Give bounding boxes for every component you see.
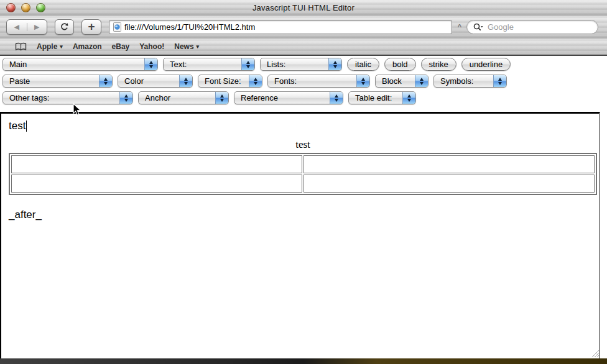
title-bar[interactable]: Javascript TUI HTML Editor bbox=[0, 0, 607, 16]
bookmark-amazon[interactable]: Amazon bbox=[73, 42, 102, 51]
resize-grip[interactable] bbox=[590, 348, 600, 358]
table-row bbox=[11, 155, 595, 173]
popup-font-size[interactable]: Font Size: bbox=[198, 75, 262, 88]
back-forward-control: ◀ ▶ bbox=[6, 19, 47, 35]
address-input[interactable] bbox=[124, 22, 448, 32]
close-icon[interactable] bbox=[6, 3, 16, 12]
popup-arrows-icon bbox=[179, 75, 192, 87]
popup-arrows-icon bbox=[241, 58, 254, 70]
popup-other-tags[interactable]: Other tags: bbox=[2, 91, 133, 104]
table-cell[interactable] bbox=[11, 155, 302, 173]
add-bookmark-button[interactable]: + bbox=[81, 19, 101, 35]
popup-paste[interactable]: Paste bbox=[2, 75, 113, 88]
snapback-icon[interactable]: ^ bbox=[455, 24, 464, 30]
bookmarks-list: Apple▾AmazoneBayYahoo!News▾ bbox=[37, 42, 209, 51]
popup-label: Font Size: bbox=[198, 76, 249, 86]
button-bold[interactable]: bold bbox=[384, 58, 416, 71]
popup-label: Reference bbox=[234, 93, 330, 102]
bookmark-yahoo[interactable]: Yahoo! bbox=[139, 42, 164, 51]
window-controls bbox=[6, 3, 45, 12]
toolbar-row: PasteColorFont Size:Fonts:BlockSymbols: bbox=[2, 75, 607, 88]
popup-label: Main bbox=[3, 60, 144, 69]
table-cell[interactable] bbox=[304, 155, 595, 173]
table-caption: test bbox=[9, 136, 597, 153]
button-underline[interactable]: underline bbox=[461, 58, 511, 71]
editor-table: test bbox=[9, 136, 597, 195]
bookmark-news[interactable]: News▾ bbox=[174, 42, 199, 51]
popup-arrows-icon bbox=[144, 58, 157, 70]
popup-arrows-icon bbox=[249, 75, 262, 87]
bookmarks-book-icon[interactable] bbox=[15, 42, 27, 51]
address-bar[interactable] bbox=[109, 20, 452, 34]
popup-arrows-icon bbox=[99, 75, 112, 87]
menu-arrow-icon: ▾ bbox=[60, 43, 63, 50]
popup-fonts[interactable]: Fonts: bbox=[267, 75, 370, 88]
table-row bbox=[11, 175, 595, 193]
popup-arrows-icon bbox=[330, 92, 343, 104]
popup-label: Symbols: bbox=[434, 76, 493, 86]
popup-anchor[interactable]: Anchor bbox=[138, 91, 229, 104]
popup-label: Color bbox=[118, 76, 179, 86]
table-cell[interactable] bbox=[11, 175, 302, 193]
forward-button[interactable]: ▶ bbox=[27, 23, 47, 31]
bookmarks-bar: Apple▾AmazoneBayYahoo!News▾ bbox=[0, 39, 607, 56]
forward-icon: ▶ bbox=[34, 23, 39, 31]
browser-window: Javascript TUI HTML Editor ◀ ▶ + ^ bbox=[0, 0, 607, 364]
editor-table-body bbox=[11, 155, 595, 193]
menu-arrow-icon: ▾ bbox=[197, 43, 200, 50]
button-italic[interactable]: italic bbox=[347, 58, 379, 71]
popup-text[interactable]: Text: bbox=[163, 58, 255, 71]
popup-label: Lists: bbox=[261, 60, 328, 69]
editor-after-text: _after_ bbox=[9, 209, 598, 221]
popup-arrows-icon bbox=[493, 75, 506, 87]
editor-area[interactable]: test test _after_ bbox=[0, 112, 600, 358]
popup-label: Anchor bbox=[139, 93, 215, 102]
popup-block[interactable]: Block bbox=[375, 75, 429, 88]
popup-arrows-icon bbox=[415, 75, 428, 87]
editor-toolbar: MainText:Lists:italicboldstrikeunderline… bbox=[0, 56, 607, 108]
popup-reference[interactable]: Reference bbox=[234, 91, 343, 104]
popup-label: Paste bbox=[3, 76, 99, 86]
editor-text: test bbox=[9, 120, 25, 132]
desktop-background bbox=[0, 358, 607, 364]
toolbar-row: MainText:Lists:italicboldstrikeunderline bbox=[2, 58, 607, 71]
popup-table-edit[interactable]: Table edit: bbox=[348, 91, 416, 104]
popup-label: Block bbox=[376, 76, 415, 86]
popup-main[interactable]: Main bbox=[2, 58, 158, 71]
popup-arrows-icon bbox=[215, 92, 228, 104]
popup-lists[interactable]: Lists: bbox=[260, 58, 342, 71]
search-input[interactable] bbox=[486, 22, 591, 32]
popup-arrows-icon bbox=[328, 58, 341, 70]
popup-arrows-icon bbox=[402, 92, 415, 104]
popup-color[interactable]: Color bbox=[118, 75, 193, 88]
plus-icon: + bbox=[88, 20, 95, 34]
popup-symbols[interactable]: Symbols: bbox=[433, 75, 507, 88]
popup-arrows-icon bbox=[119, 92, 132, 104]
bookmark-ebay[interactable]: eBay bbox=[112, 42, 130, 51]
back-button[interactable]: ◀ bbox=[7, 23, 27, 31]
popup-label: Table edit: bbox=[349, 93, 402, 102]
text-caret bbox=[26, 121, 27, 132]
popup-label: Text: bbox=[164, 60, 241, 69]
popup-arrows-icon bbox=[356, 75, 369, 87]
bookmark-apple[interactable]: Apple▾ bbox=[37, 42, 63, 51]
minimize-icon[interactable] bbox=[21, 3, 30, 12]
back-icon: ◀ bbox=[14, 23, 19, 31]
reload-button[interactable] bbox=[55, 19, 74, 35]
popup-label: Other tags: bbox=[3, 93, 119, 102]
button-strike[interactable]: strike bbox=[421, 58, 456, 71]
page-content: MainText:Lists:italicboldstrikeunderline… bbox=[0, 56, 607, 358]
reload-icon bbox=[60, 22, 69, 32]
search-icon[interactable] bbox=[473, 23, 483, 31]
editor-text-line: test bbox=[9, 120, 598, 132]
browser-toolbar: ◀ ▶ + ^ bbox=[0, 16, 607, 39]
zoom-icon[interactable] bbox=[36, 3, 45, 12]
page-favicon bbox=[113, 22, 121, 32]
window-title: Javascript TUI HTML Editor bbox=[253, 3, 354, 12]
table-cell[interactable] bbox=[304, 175, 595, 193]
search-field[interactable] bbox=[466, 20, 598, 34]
toolbar-row: Other tags:AnchorReferenceTable edit: bbox=[2, 91, 607, 104]
popup-label: Fonts: bbox=[268, 76, 356, 86]
